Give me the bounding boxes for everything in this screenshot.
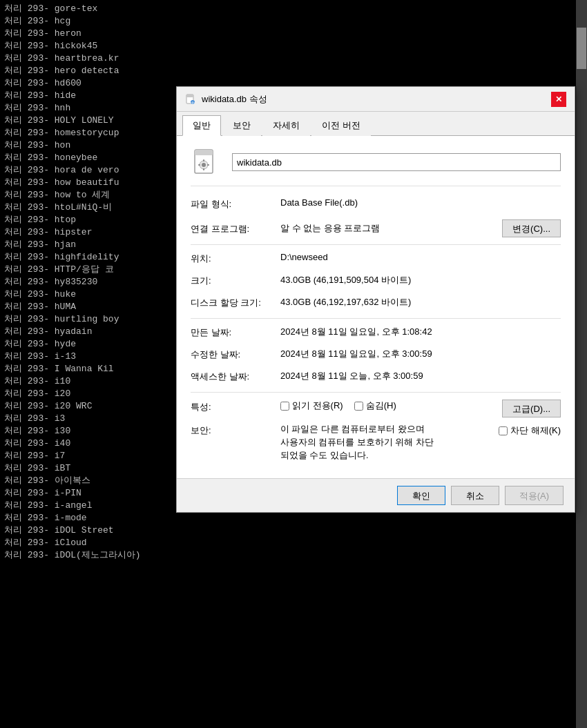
file-icon (191, 147, 221, 177)
disk-size-label: 디스크 할당 크기: (191, 296, 280, 309)
attributes-content: 읽기 전용(R) 숨김(H) (280, 400, 502, 412)
separator-2 (191, 318, 561, 319)
svg-point-7 (202, 163, 206, 167)
accessed-date-value: 2024년 8월 11일 오늘, 오후 3:00:59 (280, 370, 561, 382)
security-text: 이 파일은 다른 컴퓨터로부터 왔으며사용자의 컴퓨터를 보호하기 위해 차단되… (280, 423, 499, 462)
change-program-button[interactable]: 변경(C)... (502, 219, 561, 237)
unblock-area: 차단 해제(K) (499, 424, 561, 437)
file-titlebar-icon: db (185, 94, 196, 105)
unblock-label: 차단 해제(K) (510, 424, 561, 437)
size-value: 43.0GB (46,191,509,504 바이트) (280, 274, 561, 286)
linked-program-value: 알 수 없는 응용 프로그램 (280, 222, 502, 235)
dialog-titlebar: db wikidata.db 속성 ✕ (177, 87, 575, 112)
disk-size-value: 43.0GB (46,192,197,632 바이트) (280, 296, 561, 308)
attributes-label: 특성: (191, 400, 280, 413)
svg-rect-8 (203, 159, 204, 161)
apply-button[interactable]: 적용(A) (505, 486, 564, 505)
dialog-title-text: wikidata.db 속성 (202, 93, 551, 106)
unblock-checkbox[interactable] (499, 426, 508, 435)
dialog-close-button[interactable]: ✕ (551, 92, 566, 107)
separator-1 (191, 244, 561, 245)
tab-security[interactable]: 보안 (222, 115, 261, 136)
readonly-checkbox-item[interactable]: 읽기 전용(R) (280, 400, 343, 412)
created-date-label: 만든 날짜: (191, 326, 280, 339)
size-label: 크기: (191, 274, 280, 287)
security-content-area: 이 파일은 다른 컴퓨터로부터 왔으며사용자의 컴퓨터를 보호하기 위해 차단되… (280, 423, 499, 462)
security-label: 보안: (191, 423, 280, 437)
svg-rect-11 (207, 164, 209, 166)
hidden-checkbox-item[interactable]: 숨김(H) (354, 400, 396, 412)
accessed-date-row: 액세스한 날짜: 2024년 8월 11일 오늘, 오후 3:00:59 (191, 370, 561, 385)
dialog-overlay: db wikidata.db 속성 ✕ 일반 보안 자세히 이전 버전 (0, 0, 587, 728)
attributes-row: 특성: 읽기 전용(R) 숨김(H) 고급(D)... (191, 400, 561, 417)
file-type-row: 파일 형식: Data Base File(.db) (191, 197, 561, 213)
advanced-button[interactable]: 고급(D)... (502, 400, 561, 417)
security-row: 보안: 이 파일은 다른 컴퓨터로부터 왔으며사용자의 컴퓨터를 보호하기 위해… (191, 423, 561, 462)
file-type-label: 파일 형식: (191, 197, 280, 210)
file-header (191, 147, 561, 186)
readonly-checkbox[interactable] (280, 402, 289, 411)
tab-details[interactable]: 자세히 (262, 115, 310, 136)
hidden-label: 숨김(H) (366, 400, 396, 412)
created-date-value: 2024년 8월 11일 일요일, 오후 1:08:42 (280, 326, 561, 338)
disk-size-row: 디스크 할당 크기: 43.0GB (46,192,197,632 바이트) (191, 296, 561, 311)
separator-3 (191, 392, 561, 393)
tab-previous-versions[interactable]: 이전 버전 (311, 115, 371, 136)
attributes-checkboxes: 읽기 전용(R) 숨김(H) (280, 400, 396, 412)
svg-rect-1 (186, 95, 193, 97)
properties-dialog: db wikidata.db 속성 ✕ 일반 보안 자세히 이전 버전 (176, 86, 575, 513)
modified-date-row: 수정한 날짜: 2024년 8월 11일 일요일, 오후 3:00:59 (191, 348, 561, 363)
dialog-tabs: 일반 보안 자세히 이전 버전 (177, 112, 575, 136)
svg-text:db: db (191, 101, 195, 105)
modified-date-value: 2024년 8월 11일 일요일, 오후 3:00:59 (280, 348, 561, 360)
location-row: 위치: D:\newseed (191, 252, 561, 267)
linked-program-label: 연결 프로그램: (191, 222, 280, 235)
hidden-checkbox[interactable] (354, 402, 363, 411)
svg-rect-5 (195, 150, 213, 155)
cancel-button[interactable]: 취소 (451, 486, 499, 505)
location-value: D:\newseed (280, 252, 561, 262)
tab-general[interactable]: 일반 (182, 115, 221, 136)
dialog-footer: 확인 취소 적용(A) (177, 478, 575, 512)
svg-rect-9 (203, 168, 204, 170)
linked-program-row: 연결 프로그램: 알 수 없는 응용 프로그램 변경(C)... (191, 219, 561, 237)
created-date-row: 만든 날짜: 2024년 8월 11일 일요일, 오후 1:08:42 (191, 326, 561, 341)
file-type-value: Data Base File(.db) (280, 197, 561, 208)
modified-date-label: 수정한 날짜: (191, 348, 280, 361)
dialog-content: 파일 형식: Data Base File(.db) 연결 프로그램: 알 수 … (177, 136, 575, 478)
svg-rect-10 (198, 164, 200, 166)
size-row: 크기: 43.0GB (46,191,509,504 바이트) (191, 274, 561, 289)
readonly-label: 읽기 전용(R) (292, 400, 343, 412)
file-name-input[interactable] (232, 153, 561, 171)
ok-button[interactable]: 확인 (397, 486, 445, 505)
location-label: 위치: (191, 252, 280, 265)
accessed-date-label: 액세스한 날짜: (191, 370, 280, 383)
